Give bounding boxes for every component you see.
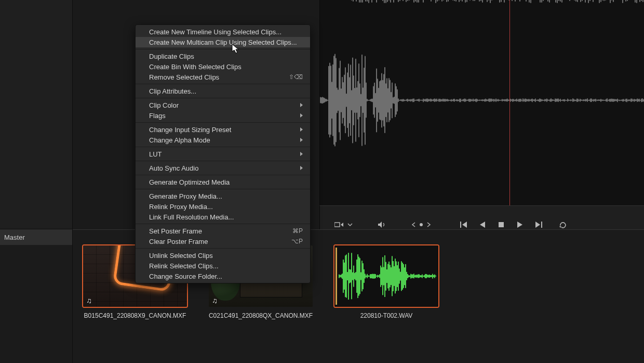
context-menu-separator xyxy=(136,122,310,123)
svg-rect-0 xyxy=(334,223,340,227)
context-menu-item-label: Clip Color xyxy=(149,101,179,109)
media-pool-panel xyxy=(0,0,73,229)
context-menu-separator xyxy=(136,161,310,161)
context-menu-item-label: Auto Sync Audio xyxy=(149,164,198,172)
context-menu-item[interactable]: Clip Color xyxy=(136,100,310,110)
context-menu-item[interactable]: Flags xyxy=(136,110,310,121)
context-menu-item-label: Create Bin With Selected Clips xyxy=(149,63,242,71)
context-menu-item-label: Change Alpha Mode xyxy=(149,136,210,144)
context-menu-item[interactable]: Change Input Sizing Preset xyxy=(136,124,310,135)
audio-badge-icon: ♫ xyxy=(212,296,218,305)
clip-item[interactable]: 220810-T002.WAV xyxy=(333,245,439,319)
context-menu-item-label: Generate Proxy Media... xyxy=(149,192,222,200)
context-menu-item[interactable]: Clear Poster Frame⌥P xyxy=(136,236,310,247)
context-menu-item[interactable]: Link Full Resolution Media... xyxy=(136,212,310,222)
bin-master-label: Master xyxy=(4,234,25,241)
context-menu-separator xyxy=(136,147,310,147)
context-menu-separator xyxy=(136,84,310,84)
context-menu-item-label: Change Input Sizing Preset xyxy=(149,126,231,134)
chevron-right-icon xyxy=(300,127,303,132)
context-menu-item[interactable]: Relink Proxy Media... xyxy=(136,201,310,212)
chevron-right-icon xyxy=(300,113,303,118)
context-menu-item-shortcut: ⇧⌫ xyxy=(289,73,303,81)
svg-rect-3 xyxy=(499,222,504,227)
context-menu-item-label: Unlink Selected Clips xyxy=(149,252,213,260)
audio-badge-icon: ♫ xyxy=(86,296,92,305)
svg-point-1 xyxy=(420,223,423,226)
svg-rect-4 xyxy=(541,222,542,228)
context-menu-item-label: Change Source Folder... xyxy=(149,273,222,280)
context-menu-item[interactable]: Change Source Folder... xyxy=(136,271,310,281)
playhead[interactable] xyxy=(509,0,510,205)
clip-label: C021C491_220808QX_CANON.MXF xyxy=(209,312,313,319)
context-menu-item-label: Relink Selected Clips... xyxy=(149,262,219,270)
chevron-right-icon xyxy=(300,103,303,107)
clip-thumbnail[interactable] xyxy=(334,245,438,307)
context-menu-item[interactable]: Relink Selected Clips... xyxy=(136,261,310,271)
clip-label: 220810-T002.WAV xyxy=(360,312,413,319)
context-menu-item-label: LUT xyxy=(149,150,162,158)
context-menu-item-label: Clip Attributes... xyxy=(149,87,196,95)
context-menu-separator xyxy=(136,49,310,49)
context-menu-item[interactable]: Set Poster Frame⌘P xyxy=(136,226,310,236)
context-menu-item[interactable]: Create New Multicam Clip Using Selected … xyxy=(136,37,310,47)
context-menu-item-label: Flags xyxy=(149,112,166,120)
context-menu-item[interactable]: Create New Timeline Using Selected Clips… xyxy=(136,27,310,37)
clip-context-menu[interactable]: Create New Timeline Using Selected Clips… xyxy=(135,24,311,283)
context-menu-item[interactable]: Change Alpha Mode xyxy=(136,135,310,145)
source-viewer[interactable] xyxy=(319,0,644,205)
clip-label: B015C491_220808X9_CANON.MXF xyxy=(84,312,186,319)
context-menu-item-label: Remove Selected Clips xyxy=(149,73,219,81)
context-menu-item-label: Clear Poster Frame xyxy=(149,238,208,245)
context-menu-item-label: Duplicate Clips xyxy=(149,53,194,60)
context-menu-item[interactable]: Clip Attributes... xyxy=(136,86,310,96)
context-menu-item[interactable]: Auto Sync Audio xyxy=(136,163,310,173)
context-menu-item-shortcut: ⌘P xyxy=(292,227,303,235)
context-menu-item[interactable]: LUT xyxy=(136,149,310,159)
chevron-right-icon xyxy=(300,166,303,170)
context-menu-separator xyxy=(136,224,310,224)
viewer-waveform xyxy=(320,0,644,205)
context-menu-item[interactable]: Generate Optimized Media xyxy=(136,177,310,187)
bin-tree-area xyxy=(0,245,73,363)
chevron-right-icon xyxy=(300,152,303,156)
context-menu-item[interactable]: Duplicate Clips xyxy=(136,51,310,61)
chevron-right-icon xyxy=(300,138,303,142)
context-menu-item-label: Create New Multicam Clip Using Selected … xyxy=(149,38,297,46)
context-menu-separator xyxy=(136,248,310,249)
svg-rect-2 xyxy=(460,222,461,228)
context-menu-item-label: Set Poster Frame xyxy=(149,227,202,235)
context-menu-item-label: Relink Proxy Media... xyxy=(149,203,213,211)
context-menu-item[interactable]: Remove Selected Clips⇧⌫ xyxy=(136,72,310,82)
context-menu-item-label: Create New Timeline Using Selected Clips… xyxy=(149,28,281,36)
context-menu-item[interactable]: Unlink Selected Clips xyxy=(136,250,310,261)
context-menu-separator xyxy=(136,175,310,175)
context-menu-separator xyxy=(136,98,310,98)
context-menu-item[interactable]: Create Bin With Selected Clips xyxy=(136,61,310,72)
context-menu-item-label: Generate Optimized Media xyxy=(149,178,230,186)
context-menu-item-shortcut: ⌥P xyxy=(291,238,303,245)
bin-master[interactable]: Master xyxy=(0,229,73,245)
context-menu-separator xyxy=(136,189,310,189)
context-menu-item[interactable]: Generate Proxy Media... xyxy=(136,191,310,201)
context-menu-item-label: Link Full Resolution Media... xyxy=(149,213,234,221)
